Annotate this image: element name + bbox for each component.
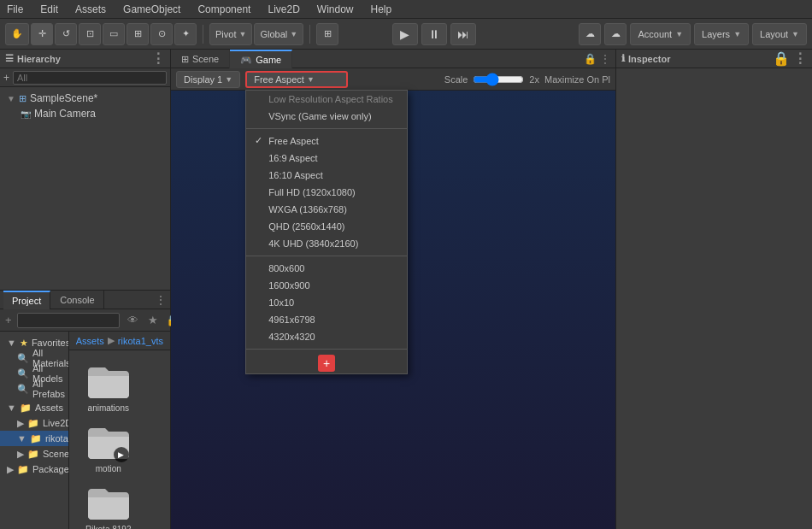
aspect-fullhd[interactable]: Full HD (1920x1080)	[246, 184, 407, 201]
sidebar-packages[interactable]: ▶ 📁 Packages	[0, 461, 68, 477]
tab-project[interactable]: Project	[3, 291, 50, 309]
aspect-qhd[interactable]: QHD (2560x1440)	[246, 218, 407, 235]
project-search-input[interactable]	[17, 313, 120, 328]
menu-help[interactable]: Help	[368, 3, 396, 15]
play-button[interactable]: ▶	[392, 23, 418, 45]
inspector-menu-icon[interactable]: ⋮	[793, 50, 807, 67]
rect-tool[interactable]: ▭	[103, 23, 125, 45]
tab-console-label: Console	[60, 295, 94, 305]
free-label: Free Aspect	[268, 136, 319, 146]
layout-label: Layout	[760, 29, 788, 39]
sep2	[309, 25, 310, 44]
step-button[interactable]: ⏭	[450, 23, 476, 45]
aspect-800[interactable]: 800x600	[246, 260, 407, 277]
bottom-left-panel: Project Console ⋮ + 👁 ★ 🔒 19	[0, 290, 170, 529]
packages-folder-icon: 📁	[17, 464, 29, 475]
pivot-chevron: ▼	[238, 30, 246, 38]
rotate-tool[interactable]: ↺	[55, 23, 77, 45]
rikota8192-icon	[86, 480, 131, 525]
breadcrumb-assets[interactable]: Assets	[76, 336, 104, 346]
sidebar-live2d[interactable]: ▶ 📁 Live2D	[0, 415, 68, 431]
scene-menu-icon[interactable]: ⋮	[600, 53, 610, 65]
aspect-1600[interactable]: 1600x900	[246, 277, 407, 294]
hand-tool[interactable]: ✋	[5, 23, 29, 45]
scenes-label: Scenes	[43, 449, 69, 459]
aspect-wxga[interactable]: WXGA (1366x768)	[246, 201, 407, 218]
extra-tool[interactable]: ✦	[174, 23, 197, 45]
hierarchy-icon: ☰	[5, 53, 14, 64]
menu-edit[interactable]: Edit	[37, 3, 62, 15]
project-content: ▼ ★ Favorites 🔍 All Materials 🔍 All Mode…	[0, 332, 170, 529]
breadcrumb-rikota[interactable]: rikota1_vts	[118, 336, 163, 346]
cloud-button[interactable]: ☁	[604, 23, 627, 45]
inspector-lock-icon[interactable]: 🔒	[773, 50, 790, 67]
game-tab-label: Game	[256, 55, 281, 65]
scenes-arrow: ▶	[17, 449, 24, 460]
4320-label: 4320x4320	[268, 332, 315, 342]
project-add-btn[interactable]: +	[5, 313, 12, 328]
scene-lock-icon[interactable]: 🔒	[584, 53, 597, 65]
layers-button[interactable]: Layers ▼	[694, 23, 749, 45]
aspect-add-btn[interactable]: +	[246, 353, 407, 373]
menu-live2d[interactable]: Live2D	[264, 3, 303, 15]
sidebar-rikota[interactable]: ▼ 📁 rikota1.1_vts	[0, 431, 68, 446]
star-icon[interactable]: ★	[144, 313, 162, 328]
global-button[interactable]: Global ▼	[254, 23, 303, 45]
transform-tool[interactable]: ⊞	[127, 23, 149, 45]
display-dropdown[interactable]: Display 1 ▼	[176, 71, 240, 88]
account-button[interactable]: Account ▼	[630, 23, 691, 45]
sidebar-scenes[interactable]: ▶ 📁 Scenes	[0, 446, 68, 461]
fullhd-label: Full HD (1920x1080)	[268, 187, 356, 197]
aspect-169[interactable]: 16:9 Aspect	[246, 150, 407, 167]
move-tool[interactable]: ✛	[31, 23, 53, 45]
file-rikota8192[interactable]: Rikota.8192	[74, 477, 143, 529]
aspect-4961[interactable]: 4961x6798	[246, 311, 407, 328]
pause-button[interactable]: ⏸	[421, 23, 447, 45]
breadcrumb-sep1: ▶	[108, 335, 115, 346]
file-motion[interactable]: ▶ motion	[74, 416, 143, 477]
hierarchy-search[interactable]	[13, 71, 167, 85]
10x10-label: 10x10	[268, 297, 294, 308]
pivot-button[interactable]: Pivot ▼	[209, 23, 252, 45]
right-toolbar-controls: ☁ ☁ Account ▼ Layers ▼ Layout ▼	[579, 23, 807, 45]
hierarchy-scene-item[interactable]: ▼ ⊞ SampleScene*	[0, 91, 170, 106]
file-animations[interactable]: animations	[74, 356, 143, 416]
hierarchy-add-icon[interactable]: +	[3, 72, 9, 84]
tab-console[interactable]: Console	[51, 291, 103, 309]
aspect-1610[interactable]: 16:10 Aspect	[246, 167, 407, 184]
aspect-10x10[interactable]: 10x10	[246, 294, 407, 311]
1600-label: 1600x900	[268, 280, 309, 291]
aspect-4320[interactable]: 4320x4320	[246, 328, 407, 345]
custom-tool[interactable]: ⊙	[150, 23, 173, 45]
favorites-label: Favorites	[32, 338, 69, 348]
project-menu-icon[interactable]: ⋮	[155, 293, 167, 307]
scene-tab[interactable]: ⊞ Scene	[171, 50, 230, 68]
menu-gameobject[interactable]: GameObject	[120, 3, 184, 15]
project-console-tabbar: Project Console ⋮	[0, 291, 170, 309]
aspect-vsync[interactable]: VSync (Game view only)	[246, 108, 407, 125]
800-label: 800x600	[268, 263, 304, 273]
grid-button[interactable]: ⊞	[316, 23, 338, 45]
eye-icon[interactable]: 👁	[125, 313, 142, 328]
collab-button[interactable]: ☁	[579, 23, 601, 45]
menu-window[interactable]: Window	[314, 3, 357, 15]
menu-assets[interactable]: Assets	[72, 3, 109, 15]
layout-button[interactable]: Layout ▼	[752, 23, 807, 45]
camera-icon: 📷	[21, 109, 31, 119]
sidebar-all-prefabs[interactable]: 🔍 All Prefabs	[0, 381, 68, 397]
menu-component[interactable]: Component	[194, 3, 254, 15]
aspect-free[interactable]: ✓ Free Aspect	[246, 132, 407, 150]
aspect-dropdown-btn[interactable]: Free Aspect ▼	[245, 71, 348, 88]
animations-label: animations	[88, 403, 129, 413]
aspect-dropdown-wrapper: Free Aspect ▼ ✓ Low Resolution Aspect Ra…	[245, 71, 348, 88]
star-icon: ★	[20, 338, 28, 349]
rikota8192-label: Rikota.8192	[85, 525, 131, 529]
menu-file[interactable]: File	[3, 3, 26, 15]
scale-slider[interactable]	[473, 74, 524, 85]
sidebar-assets[interactable]: ▼ 📁 Assets	[0, 400, 68, 415]
hierarchy-camera-item[interactable]: 📷 Main Camera	[0, 106, 170, 121]
aspect-4k[interactable]: 4K UHD (3840x2160)	[246, 235, 407, 252]
game-tab[interactable]: 🎮 Game	[230, 50, 292, 68]
scale-tool[interactable]: ⊡	[79, 23, 101, 45]
hierarchy-menu-icon[interactable]: ⋮	[151, 50, 165, 67]
